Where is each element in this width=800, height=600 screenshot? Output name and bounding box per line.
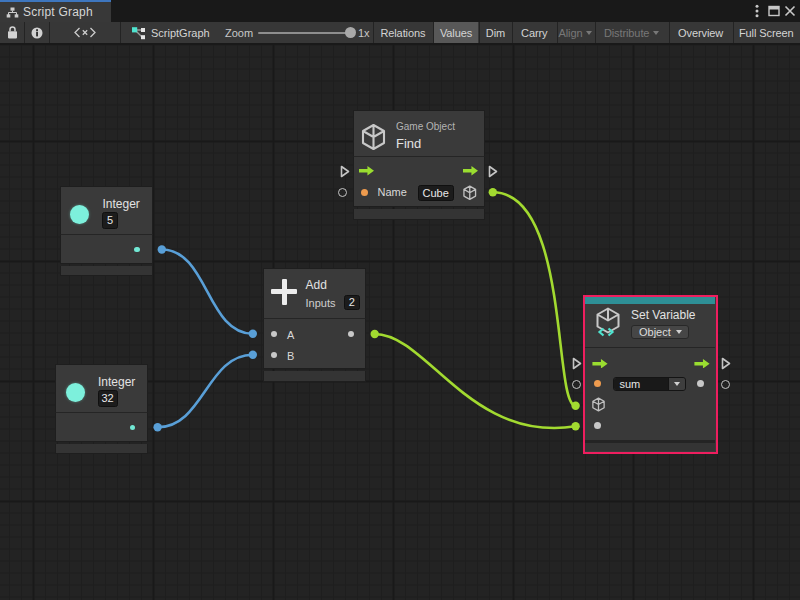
node-title: Add <box>306 278 327 292</box>
toolbar-button-distribute[interactable]: Distribute <box>595 22 669 43</box>
script-graph-asset-icon <box>130 22 147 43</box>
dropdown-button[interactable] <box>668 378 685 391</box>
edge-integer-a-to-add[interactable] <box>158 245 257 338</box>
flow-out-triangle[interactable] <box>488 165 498 178</box>
toolbar-button-dim[interactable]: Dim <box>479 22 512 43</box>
toolbar-button-carry[interactable]: Carry <box>512 22 557 43</box>
integer-value-input[interactable]: 5 <box>102 212 118 230</box>
integer-value-input[interactable]: 32 <box>98 390 118 408</box>
graph-name-label[interactable]: ScriptGraph <box>151 22 210 43</box>
script-graph-window: Script Graph <box>0 0 800 600</box>
node-title: Integer <box>103 197 140 211</box>
flow-in-triangle[interactable] <box>572 357 582 370</box>
game-object-small-icon <box>462 185 478 201</box>
integer-type-icon <box>70 205 89 224</box>
flow-out-arrow-icon[interactable] <box>694 359 710 369</box>
variable-name-dropdown[interactable]: sum <box>613 377 686 392</box>
node-body <box>263 318 366 370</box>
input-port-a-label: A <box>287 329 294 341</box>
graph-hierarchy-icon <box>6 7 19 18</box>
graph-toolbar: ScriptGraph Zoom 1x Relations Values Dim… <box>0 22 800 44</box>
name-value-input[interactable]: Cube <box>418 185 455 201</box>
info-icon <box>31 27 43 39</box>
dropdown-arrow-icon <box>676 330 682 334</box>
node-add[interactable]: Add Inputs 2 A B <box>263 268 366 382</box>
dropdown-arrow-icon <box>674 382 680 386</box>
toolbar-button-relations[interactable]: Relations <box>373 22 433 43</box>
graph-canvas[interactable]: Integer 5 Integer 32 Add Inputs 2 A <box>0 45 800 600</box>
flow-in-arrow-icon[interactable] <box>592 359 608 369</box>
flow-out-arrow-icon[interactable] <box>463 166 478 176</box>
zoom-slider-handle[interactable] <box>345 27 356 38</box>
add-icon <box>271 279 297 305</box>
node-footer <box>55 444 148 454</box>
output-port[interactable] <box>134 247 140 253</box>
close-icon[interactable] <box>784 0 796 22</box>
node-title: Set Variable <box>631 308 695 322</box>
variable-name-port[interactable] <box>594 380 601 387</box>
code-view-button[interactable] <box>49 22 120 43</box>
name-port-label: Name <box>378 186 407 198</box>
maximize-icon[interactable] <box>768 0 780 22</box>
dropdown-arrow-icon <box>586 31 592 35</box>
node-title: Integer <box>98 375 135 389</box>
lock-icon <box>7 26 18 39</box>
node-footer <box>353 209 485 220</box>
toolbar-button-overview[interactable]: Overview <box>669 22 733 43</box>
node-footer <box>585 443 715 452</box>
window-menu-icon[interactable] <box>755 0 759 22</box>
node-footer <box>60 266 153 276</box>
output-port-circle[interactable] <box>721 380 730 389</box>
zoom-value: 1x <box>358 22 370 43</box>
game-object-cube-icon <box>360 123 387 151</box>
code-x-icon <box>74 27 96 38</box>
tab-label: Script Graph <box>23 5 93 19</box>
node-integer-b[interactable]: Integer 32 <box>55 364 148 454</box>
toolbar-button-values[interactable]: Values <box>434 22 478 43</box>
flow-in-triangle[interactable] <box>340 165 350 178</box>
input-port-b-label: B <box>287 350 294 362</box>
name-port-circle[interactable] <box>338 188 347 197</box>
toolbar-button-fullscreen[interactable]: Full Screen <box>733 22 800 43</box>
inputs-label: Inputs <box>306 297 336 309</box>
title-bar: Script Graph <box>0 0 800 22</box>
variable-scope-dropdown[interactable]: Object <box>631 325 689 339</box>
inputs-count-input[interactable]: 2 <box>344 295 360 311</box>
info-button[interactable] <box>24 22 49 43</box>
edge-add-to-setvariable[interactable] <box>371 330 580 431</box>
set-variable-icon <box>595 307 621 337</box>
flow-in-arrow-icon[interactable] <box>359 166 374 176</box>
value-input-port[interactable] <box>594 422 601 429</box>
dropdown-arrow-icon <box>653 31 659 35</box>
node-title: Find <box>396 136 421 151</box>
object-port-icon[interactable] <box>591 397 606 412</box>
toolbar-button-align[interactable]: Align <box>557 22 595 43</box>
zoom-slider-track[interactable] <box>258 32 352 34</box>
zoom-label: Zoom <box>225 22 253 43</box>
node-integer-a[interactable]: Integer 5 <box>60 186 153 276</box>
node-set-variable[interactable]: Set Variable Object sum <box>583 295 718 454</box>
node-find[interactable]: Game Object Find Name Cube <box>353 110 485 220</box>
node-footer <box>263 371 366 382</box>
integer-type-icon <box>66 383 85 402</box>
edge-integer-b-to-add[interactable] <box>153 351 257 432</box>
name-input-port[interactable] <box>361 189 368 196</box>
variable-port-circle[interactable] <box>572 380 581 389</box>
tab-script-graph[interactable]: Script Graph <box>0 0 111 22</box>
edge-find-to-setvariable[interactable] <box>489 188 580 410</box>
flow-out-triangle[interactable] <box>721 357 731 370</box>
node-category: Game Object <box>396 121 455 132</box>
lock-button[interactable] <box>0 22 24 43</box>
